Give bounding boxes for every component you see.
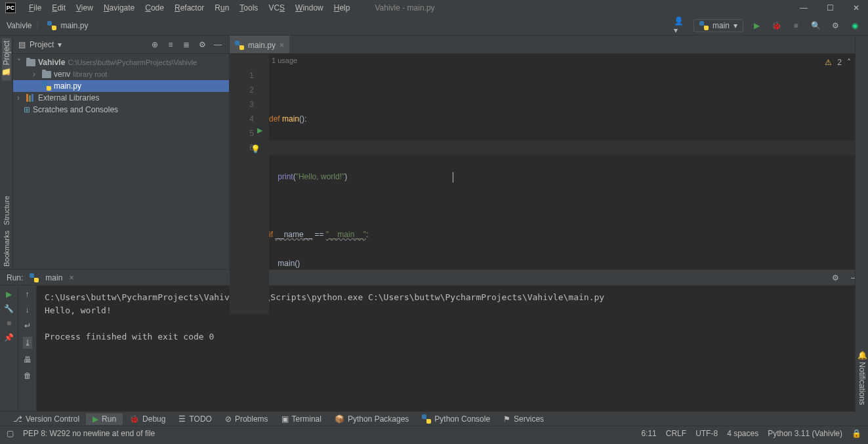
python-file-icon xyxy=(42,81,51,91)
left-tool-gutter: 📁Project Structure Bookmarks xyxy=(0,35,13,269)
trash-icon[interactable]: 🗑 xyxy=(24,371,31,380)
menu-window[interactable]: Window xyxy=(290,1,329,14)
tool-icon[interactable]: 🔧 xyxy=(4,304,14,313)
tree-venv[interactable]: › venv library root xyxy=(13,68,229,80)
breadcrumb-project[interactable]: Vahivle xyxy=(7,21,31,30)
notifications-tool-tab[interactable]: 🔔 Notifications xyxy=(858,347,867,407)
editor-tab-bar: main.py × ⋮ xyxy=(230,35,868,54)
file-encoding[interactable]: UTF-8 xyxy=(695,429,718,438)
folder-icon xyxy=(42,71,51,78)
caret-position[interactable]: 6:11 xyxy=(641,429,656,438)
search-icon[interactable]: 🔍 xyxy=(809,19,822,32)
line-numbers: 1 2 3 4 5 6 xyxy=(230,54,268,155)
breadcrumb-file[interactable]: main.py xyxy=(60,21,88,30)
stop-icon[interactable]: ■ xyxy=(7,319,11,328)
breadcrumb: Vahivle 〉 main.py xyxy=(7,20,89,31)
close-tab-icon[interactable]: × xyxy=(279,41,284,50)
menu-tools[interactable]: Tools xyxy=(234,1,263,14)
tree-scratches[interactable]: ⊞ Scratches and Consoles xyxy=(13,104,229,116)
run-config-name: main xyxy=(713,21,730,30)
down-icon[interactable]: ↓ xyxy=(26,305,30,315)
python-file-icon xyxy=(235,41,244,50)
tw-terminal[interactable]: ▣Terminal xyxy=(275,413,328,425)
ide-features-icon[interactable]: ◉ xyxy=(848,19,861,32)
close-button[interactable]: ✕ xyxy=(850,3,863,12)
interpreter[interactable]: Python 3.11 (Vahivle) xyxy=(768,429,842,438)
project-panel-title: Project xyxy=(30,40,54,49)
print-icon[interactable]: 🖶 xyxy=(24,355,31,365)
tw-python-packages[interactable]: 📦Python Packages xyxy=(328,413,415,425)
menu-view[interactable]: View xyxy=(71,1,98,14)
tool-window-toggle-icon[interactable]: ▢ xyxy=(7,429,14,438)
project-tree: ˅ Vahivle C:\Users\buttw\PycharmProjects… xyxy=(13,54,229,118)
debug-button[interactable]: 🐞 xyxy=(770,19,783,32)
window-controls: — ☐ ✕ xyxy=(797,3,863,12)
tw-run[interactable]: ▶Run xyxy=(86,413,123,425)
menu-code[interactable]: Code xyxy=(140,1,169,14)
tw-version-control[interactable]: ⎇Version Control xyxy=(7,413,86,425)
run-label: Run: xyxy=(7,273,23,282)
python-file-icon xyxy=(47,21,56,30)
hide-panel-icon[interactable]: — xyxy=(212,40,224,49)
add-user-icon[interactable]: 👤▾ xyxy=(674,19,687,32)
project-tool-tab[interactable]: 📁Project xyxy=(2,38,11,80)
editor-area: main.py × ⋮ 1 2 3 4 5 6 ▶ 1 usage 💡 def … xyxy=(230,35,868,269)
window-title: Vahivle - main.py xyxy=(375,3,797,12)
structure-tool-tab[interactable]: Structure xyxy=(3,193,10,228)
menu-refactor[interactable]: Refactor xyxy=(169,1,209,14)
python-icon xyxy=(699,21,709,30)
bookmarks-tool-tab[interactable]: Bookmarks xyxy=(3,228,10,269)
run-toolbar-right: ↑ ↓ ↵ ⤓ 🖶 🗑 xyxy=(18,286,37,411)
prev-highlight-icon[interactable]: ˄ xyxy=(847,58,851,67)
run-config-label: main xyxy=(45,273,62,282)
editor-tab-main[interactable]: main.py × xyxy=(230,35,289,53)
warning-icon: ⚠ xyxy=(825,58,832,67)
minimize-button[interactable]: — xyxy=(797,3,810,12)
tw-debug[interactable]: 🐞Debug xyxy=(123,413,172,425)
panel-settings-icon[interactable]: ⚙ xyxy=(196,40,208,49)
scratches-icon: ⊞ xyxy=(24,105,30,114)
up-icon[interactable]: ↑ xyxy=(26,290,30,299)
run-button[interactable]: ▶ xyxy=(750,19,763,32)
dropdown-icon: ▾ xyxy=(734,21,737,30)
app-icon: PC xyxy=(5,3,16,13)
stop-button[interactable]: ■ xyxy=(789,19,802,32)
tw-todo[interactable]: ☰TODO xyxy=(172,413,218,425)
run-config-selector[interactable]: main ▾ xyxy=(693,19,743,32)
text-cursor xyxy=(453,172,453,183)
expand-all-icon[interactable]: ≡ xyxy=(165,40,176,49)
close-run-tab-icon[interactable]: × xyxy=(69,273,73,282)
tw-python-console[interactable]: Python Console xyxy=(415,413,497,425)
collapse-all-icon[interactable]: ≣ xyxy=(180,40,192,49)
tree-root[interactable]: ˅ Vahivle C:\Users\buttw\PycharmProjects… xyxy=(13,56,229,68)
indent-setting[interactable]: 4 spaces xyxy=(727,429,758,438)
status-bar: ▢ PEP 8: W292 no newline at end of file … xyxy=(0,426,868,440)
intention-bulb-icon[interactable]: 💡 xyxy=(251,142,260,156)
tw-services[interactable]: ⚑Services xyxy=(497,413,550,425)
line-separator[interactable]: CRLF xyxy=(666,429,686,438)
menu-help[interactable]: Help xyxy=(329,1,356,14)
menu-vcs[interactable]: VCS xyxy=(263,1,290,14)
menu-file[interactable]: File xyxy=(24,1,47,14)
editor-body[interactable]: 1 2 3 4 5 6 ▶ 1 usage 💡 def main(): # Yo… xyxy=(230,54,868,314)
code-area[interactable]: 💡 def main(): # Your code goes here prin… xyxy=(269,54,868,314)
maximize-button[interactable]: ☐ xyxy=(823,3,837,12)
run-line-marker-icon[interactable]: ▶ xyxy=(257,126,262,135)
settings-icon[interactable]: ⚙ xyxy=(829,19,842,32)
wrap-icon[interactable]: ↵ xyxy=(24,321,31,330)
view-mode-dropdown[interactable]: ▾ xyxy=(58,40,62,49)
run-toolbar-left: ▶ 🔧 ■ 📌 xyxy=(0,286,18,411)
lock-icon[interactable]: 🔒 xyxy=(852,429,861,438)
scroll-icon[interactable]: ⤓ xyxy=(23,337,32,349)
menu-navigate[interactable]: Navigate xyxy=(98,1,140,14)
project-header-icon: ▤ xyxy=(18,40,26,49)
tree-main-py[interactable]: main.py xyxy=(13,80,229,92)
tree-external-libs[interactable]: › External Libraries xyxy=(13,92,229,104)
tw-problems[interactable]: ⊘Problems xyxy=(218,413,275,425)
locate-icon[interactable]: ⊕ xyxy=(149,40,161,49)
pin-icon[interactable]: 📌 xyxy=(4,333,14,342)
menu-edit[interactable]: Edit xyxy=(47,1,71,14)
folder-icon xyxy=(26,59,35,66)
rerun-icon[interactable]: ▶ xyxy=(6,290,12,299)
menu-run[interactable]: Run xyxy=(209,1,234,14)
